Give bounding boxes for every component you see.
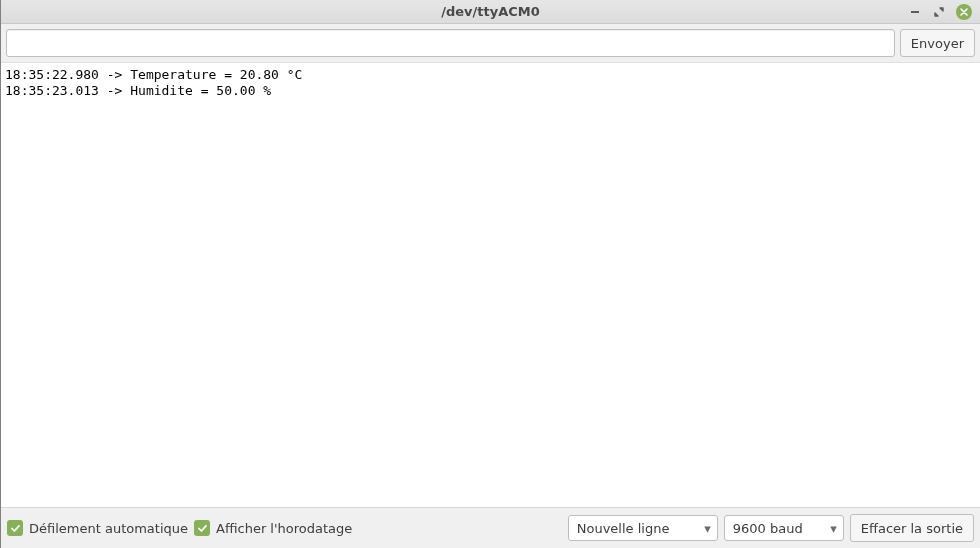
check-icon bbox=[7, 520, 23, 536]
show-timestamp-checkbox[interactable]: Afficher l'horodatage bbox=[194, 520, 352, 536]
chevron-down-icon: ▾ bbox=[830, 521, 837, 536]
serial-output[interactable]: 18:35:22.980 -> Temperature = 20.80 °C 1… bbox=[1, 62, 980, 507]
serial-monitor-window: /dev/ttyACM0 Envoyer 18:35:22.980 -> Tem… bbox=[0, 0, 980, 548]
titlebar: /dev/ttyACM0 bbox=[1, 0, 980, 24]
autoscroll-label: Défilement automatique bbox=[29, 521, 188, 536]
window-title: /dev/ttyACM0 bbox=[1, 4, 980, 19]
clear-output-button[interactable]: Effacer la sortie bbox=[850, 514, 974, 542]
window-controls bbox=[908, 4, 980, 20]
baud-rate-value: 9600 baud bbox=[733, 521, 803, 536]
chevron-down-icon: ▾ bbox=[704, 521, 711, 536]
send-button[interactable]: Envoyer bbox=[900, 29, 975, 57]
show-timestamp-label: Afficher l'horodatage bbox=[216, 521, 352, 536]
autoscroll-checkbox[interactable]: Défilement automatique bbox=[7, 520, 188, 536]
send-toolbar: Envoyer bbox=[1, 24, 980, 62]
maximize-icon[interactable] bbox=[932, 5, 946, 19]
line-ending-select[interactable]: Nouvelle ligne ▾ bbox=[568, 515, 718, 541]
close-icon[interactable] bbox=[956, 4, 972, 20]
check-icon bbox=[194, 520, 210, 536]
baud-rate-select[interactable]: 9600 baud ▾ bbox=[724, 515, 844, 541]
minimize-icon[interactable] bbox=[908, 5, 922, 19]
serial-input[interactable] bbox=[6, 29, 895, 57]
statusbar: Défilement automatique Afficher l'horoda… bbox=[1, 507, 980, 548]
line-ending-value: Nouvelle ligne bbox=[577, 521, 670, 536]
